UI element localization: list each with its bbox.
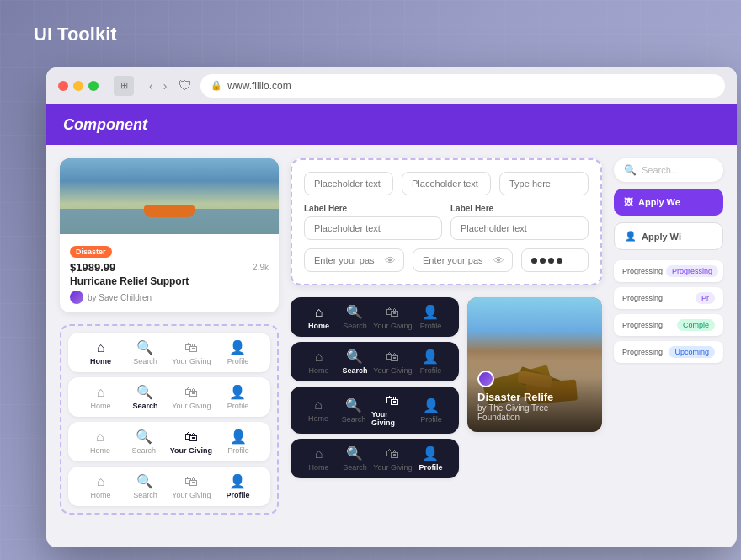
dark-profile-label-3: Profile xyxy=(420,415,442,424)
form-row-3: 👁 👁 xyxy=(304,248,589,272)
minimize-button[interactable] xyxy=(73,81,83,91)
back-button[interactable]: ‹ xyxy=(146,77,157,94)
nav-item-giving-4[interactable]: 🛍 Your Giving xyxy=(172,474,211,499)
nav-item-home-4[interactable]: ⌂ Home xyxy=(83,474,118,499)
org-avatar xyxy=(70,291,83,304)
giving-icon: 🛍 xyxy=(184,340,198,355)
nav-item-giving-2[interactable]: 🛍 Your Giving xyxy=(172,385,211,410)
search-bar[interactable]: 🔍 Search... xyxy=(614,158,723,182)
progress-item-2: Progressing Pr xyxy=(614,287,723,309)
nav-tab-profile-active: ⌂ Home 🔍 Search 🛍 Your Giving 👤 xyxy=(68,467,270,506)
nav-label-home-4: Home xyxy=(90,491,110,499)
nav-item-search[interactable]: 🔍 Search xyxy=(127,339,163,365)
card-price-row: $1989.99 2.9k xyxy=(70,261,269,274)
dark-search-label: Search xyxy=(343,322,367,330)
forward-button[interactable]: › xyxy=(160,77,171,94)
dark-giving-label-4: Your Giving xyxy=(373,463,412,472)
password-field-1: 👁 xyxy=(304,248,404,272)
card-image xyxy=(60,158,279,234)
apply-we-button[interactable]: 🖼 Apply We xyxy=(614,189,723,216)
input-labeled-1[interactable] xyxy=(304,216,442,240)
sidebar-toggle-button[interactable]: ⊞ xyxy=(114,76,134,96)
input-type-here[interactable] xyxy=(499,172,589,195)
nav-tab-search-active: ⌂ Home 🔍 Search 🛍 Your Giving 👤 xyxy=(68,377,270,417)
nav-item-profile[interactable]: 👤 Profile xyxy=(220,339,255,365)
url-text: www.filllo.com xyxy=(227,80,291,92)
nav-item-home-2[interactable]: ⌂ Home xyxy=(83,385,118,410)
card-count: 2.9k xyxy=(253,263,269,272)
progress-badge-1: Progressing xyxy=(666,265,718,277)
org-name: by Save Children xyxy=(88,293,152,302)
dark-search-item-4[interactable]: 🔍 Search xyxy=(337,445,372,472)
dark-search-icon: 🔍 xyxy=(346,304,363,320)
apply-wi-label: Apply Wi xyxy=(642,232,681,242)
disaster-card: Disaster Relife by The Giving Tree Found… xyxy=(467,297,602,432)
nav-label-giving: Your Giving xyxy=(172,357,211,365)
dark-search-item-2[interactable]: 🔍 Search xyxy=(337,349,372,375)
home-icon: ⌂ xyxy=(97,340,105,355)
progress-label-2: Progressing xyxy=(622,294,663,302)
traffic-lights xyxy=(58,81,99,91)
password-field-2: 👁 xyxy=(413,248,513,272)
dark-profile-item-4[interactable]: 👤 Profile xyxy=(413,445,448,472)
nav-label-search-2: Search xyxy=(132,402,157,410)
nav-item-search-3[interactable]: 🔍 Search xyxy=(126,429,162,455)
profile-icon-4: 👤 xyxy=(229,473,246,489)
card-org: by Save Children xyxy=(70,291,269,304)
apply-we-label: Apply We xyxy=(638,197,680,207)
nav-item-profile-2[interactable]: 👤 Profile xyxy=(220,384,255,410)
dark-nav-home-2[interactable]: ⌂ Home xyxy=(301,349,336,375)
dark-home-label-4: Home xyxy=(308,463,328,472)
close-button[interactable] xyxy=(58,81,68,91)
dark-giving-item-2[interactable]: 🛍 Your Giving xyxy=(373,349,412,375)
progress-label-1: Progressing xyxy=(622,267,663,275)
nav-item-search-4[interactable]: 🔍 Search xyxy=(127,473,163,499)
profile-icon: 👤 xyxy=(229,339,246,355)
dark-search-icon-4: 🔍 xyxy=(346,445,363,461)
profile-icon-2: 👤 xyxy=(229,384,246,400)
dark-nav-container: ⌂ Home 🔍 Search 🛍 Your Giving xyxy=(291,297,459,534)
nav-item-home[interactable]: ⌂ Home xyxy=(83,340,118,365)
form-row-1 xyxy=(304,172,589,195)
dark-profile-item[interactable]: 👤 Profile xyxy=(413,304,448,330)
form-group-1 xyxy=(304,172,393,195)
form-components: Label Here Label Here � xyxy=(291,158,602,285)
dark-search-item-3[interactable]: 🔍 Search xyxy=(336,397,371,424)
maximize-button[interactable] xyxy=(88,81,99,91)
form-row-2: Label Here Label Here xyxy=(304,204,589,240)
dark-giving-item[interactable]: 🛍 Your Giving xyxy=(373,305,412,330)
pw-toggle-icon-2[interactable]: 👁 xyxy=(493,254,504,267)
input-placeholder-2[interactable] xyxy=(402,172,491,195)
pw-toggle-icon-1[interactable]: 👁 xyxy=(385,254,396,267)
nav-item-search-2[interactable]: 🔍 Search xyxy=(127,384,163,410)
dark-nav-home-3[interactable]: ⌂ Home xyxy=(301,397,336,423)
dark-search-label-4: Search xyxy=(343,463,367,472)
dark-giving-item-4[interactable]: 🛍 Your Giving xyxy=(373,446,412,472)
dark-nav-giving: ⌂ Home 🔍 Search 🛍 Your Giving xyxy=(291,387,459,434)
input-placeholder-1[interactable] xyxy=(304,172,393,195)
browser-content: Component Disaster $198 xyxy=(46,104,737,547)
dot-3 xyxy=(548,258,554,264)
address-bar[interactable]: 🔒 www.filllo.com xyxy=(200,74,725,98)
nav-item-profile-4[interactable]: 👤 Profile xyxy=(220,473,255,499)
dark-profile-item-3[interactable]: 👤 Profile xyxy=(413,397,449,424)
dark-profile-label: Profile xyxy=(420,322,442,330)
apply-wi-button[interactable]: 👤 Apply Wi xyxy=(614,222,723,250)
nav-tab-giving-active: ⌂ Home 🔍 Search 🛍 Your Giving 👤 xyxy=(68,422,270,461)
dark-profile-item-2[interactable]: 👤 Profile xyxy=(413,349,448,375)
dark-nav-home-4[interactable]: ⌂ Home xyxy=(301,446,336,472)
dark-nav-profile: ⌂ Home 🔍 Search 🛍 Your Giving xyxy=(291,439,459,478)
dark-giving-icon-3: 🛍 xyxy=(386,393,399,408)
nav-item-profile-3[interactable]: 👤 Profile xyxy=(221,429,256,455)
dark-giving-item-3[interactable]: 🛍 Your Giving xyxy=(371,393,413,427)
dark-nav-home-item[interactable]: ⌂ Home xyxy=(301,305,336,330)
dark-profile-icon: 👤 xyxy=(422,304,439,320)
nav-item-giving-3[interactable]: 🛍 Your Giving xyxy=(170,429,212,455)
dark-profile-icon-3: 👤 xyxy=(423,397,440,413)
browser-chrome: ⊞ ‹ › 🛡 🔒 www.filllo.com xyxy=(46,67,737,104)
input-labeled-2[interactable] xyxy=(450,216,589,240)
nav-item-home-3[interactable]: ⌂ Home xyxy=(83,429,118,455)
dark-search-item[interactable]: 🔍 Search xyxy=(337,304,372,330)
nav-item-giving[interactable]: 🛍 Your Giving xyxy=(172,340,211,365)
right-column: 🔍 Search... 🖼 Apply We 👤 Apply Wi Progre… xyxy=(614,158,723,534)
